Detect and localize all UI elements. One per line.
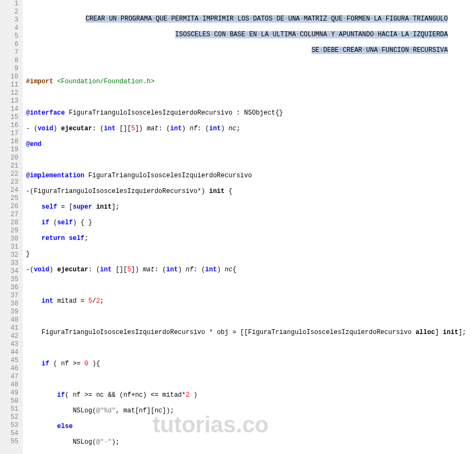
line-number: 48: [0, 381, 18, 389]
line-number: 14: [0, 105, 18, 114]
code-line: [26, 376, 476, 384]
line-number: 3: [0, 16, 18, 24]
line-number: 31: [0, 243, 18, 251]
code-line: [26, 94, 476, 102]
line-number: 5: [0, 32, 18, 41]
code-line: [26, 62, 476, 70]
line-number: 51: [0, 405, 18, 413]
line-number: 6: [0, 41, 18, 49]
line-number: 40: [0, 316, 18, 324]
code-line: -(void) ejecutar: (int [][5]) mat: (int)…: [26, 266, 476, 274]
code-line: NSLog(@"%d", mat[nf][nc]);: [26, 407, 476, 415]
line-number: 38: [0, 300, 18, 308]
line-number-gutter: 1234567891011121314151617181920212223242…: [0, 0, 23, 454]
line-number: 17: [0, 130, 18, 138]
code-line: @implementation FiguraTrianguloIsosceles…: [26, 172, 476, 180]
line-number: 12: [0, 89, 18, 97]
code-line: if( nf >= nc && (nf+nc) <= mitad*2 ): [26, 391, 476, 399]
line-number: 50: [0, 397, 18, 405]
line-number: 52: [0, 413, 18, 422]
line-number: 35: [0, 276, 18, 284]
line-number: 21: [0, 162, 18, 170]
line-number: 2: [0, 8, 18, 16]
code-area[interactable]: CREAR·UN·PROGRAMA·QUE·PERMITA·IMPRIMIR·L…: [23, 0, 476, 454]
line-number: 23: [0, 178, 18, 186]
code-line: if (self) { }: [26, 219, 476, 227]
line-number: 16: [0, 122, 18, 130]
code-line: else: [26, 423, 476, 431]
line-number: 44: [0, 349, 18, 357]
line-number: 42: [0, 332, 18, 340]
line-number: 43: [0, 340, 18, 349]
code-line: FiguraTrianguloIsoscelesIzquierdoRecursi…: [26, 329, 476, 337]
line-number: 47: [0, 373, 18, 381]
code-line: NSLog(@"-");: [26, 438, 476, 446]
code-line: - (void) ejecutar: (int [][5]) mat: (int…: [26, 125, 476, 133]
line-number: 8: [0, 57, 18, 65]
code-editor: 1234567891011121314151617181920212223242…: [0, 0, 476, 454]
line-number: 30: [0, 235, 18, 243]
comment-text: CREAR·UN·PROGRAMA·QUE·PERMITA·IMPRIMIR·L…: [85, 15, 448, 23]
line-number: 34: [0, 268, 18, 276]
code-line: [26, 156, 476, 164]
comment-text: ISOSCELES·CON·BASE·EN·LA·ULTIMA·COLUMNA·…: [175, 31, 448, 38]
line-number: 24: [0, 186, 18, 195]
code-line: int mitad = 5/2;: [26, 297, 476, 305]
line-number: 11: [0, 81, 18, 89]
code-line: [26, 282, 476, 290]
line-number: 46: [0, 365, 18, 373]
line-number: 1: [0, 0, 18, 8]
code-line: ISOSCELES·CON·BASE·EN·LA·ULTIMA·COLUMNA·…: [26, 31, 476, 39]
code-line: self = [super init];: [26, 203, 476, 211]
line-number: 13: [0, 97, 18, 105]
line-number: 49: [0, 389, 18, 397]
line-number: 15: [0, 114, 18, 122]
line-number: 41: [0, 324, 18, 332]
code-line: CREAR·UN·PROGRAMA·QUE·PERMITA·IMPRIMIR·L…: [26, 15, 476, 23]
code-line: SE·DEBE·CREAR·UNA·FUNCION·RECURSIVA: [26, 46, 476, 55]
line-number: 53: [0, 422, 18, 430]
line-number: 7: [0, 49, 18, 57]
line-number: 28: [0, 219, 18, 227]
line-number: 19: [0, 146, 18, 154]
code-line: }: [26, 250, 476, 258]
line-number: 27: [0, 211, 18, 219]
code-line: [26, 344, 476, 352]
comment-text: SE·DEBE·CREAR·UNA·FUNCION·RECURSIVA: [312, 46, 448, 54]
line-number: 25: [0, 195, 18, 203]
line-number: 4: [0, 24, 18, 32]
line-number: 37: [0, 292, 18, 300]
line-number: 9: [0, 65, 18, 73]
line-number: 55: [0, 438, 18, 446]
code-line: #import <Foundation/Foundation.h>: [26, 78, 476, 86]
line-number: 10: [0, 73, 18, 81]
code-line: @end: [26, 141, 476, 149]
code-line: -(FiguraTrianguloIsoscelesIzquierdoRecur…: [26, 188, 476, 196]
code-line: [26, 313, 476, 321]
line-number: 32: [0, 251, 18, 259]
line-number: 22: [0, 170, 18, 178]
line-number: 26: [0, 203, 18, 211]
code-line: return self;: [26, 235, 476, 243]
line-number: 18: [0, 138, 18, 146]
line-number: 54: [0, 430, 18, 438]
line-number: 29: [0, 227, 18, 235]
line-number: 20: [0, 154, 18, 162]
line-number: 39: [0, 308, 18, 316]
line-number: 33: [0, 259, 18, 268]
line-number: 36: [0, 284, 18, 292]
code-line: if ( nf >= 0 ){: [26, 360, 476, 368]
code-line: @interface FiguraTrianguloIsoscelesIzqui…: [26, 109, 476, 117]
line-number: 45: [0, 357, 18, 365]
